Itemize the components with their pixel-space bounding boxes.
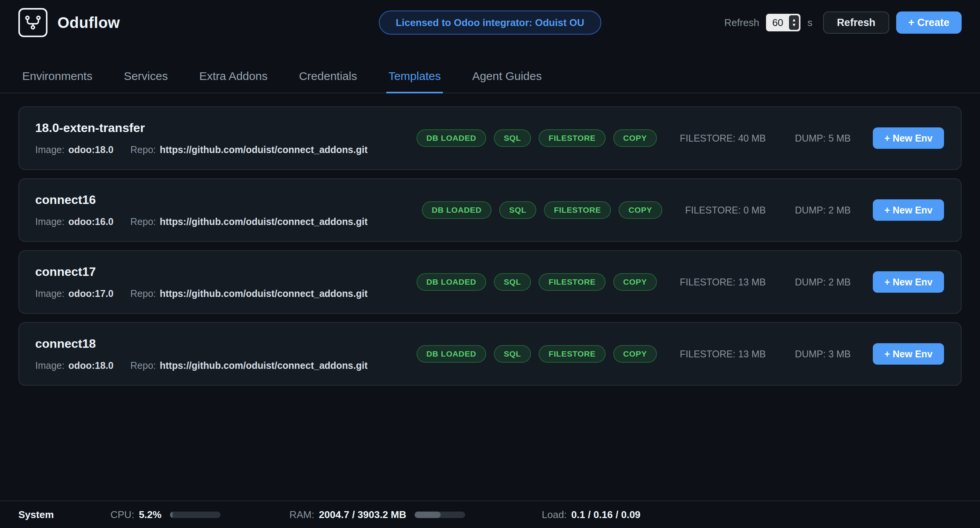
cpu-label: CPU: <box>111 509 134 521</box>
app-logo <box>18 8 47 37</box>
template-name: 18.0-exten-transfer <box>35 121 416 135</box>
repo-label: Repo: <box>131 288 156 299</box>
template-name: connect16 <box>35 193 422 207</box>
ram-meter <box>415 512 465 518</box>
create-button[interactable]: + Create <box>896 11 962 34</box>
template-meta: Image: odoo:17.0 Repo: https://github.co… <box>35 288 416 299</box>
tab-agent-guides[interactable]: Agent Guides <box>470 70 544 93</box>
template-info: 18.0-exten-transfer Image: odoo:18.0 Rep… <box>35 121 416 155</box>
image-label: Image: <box>35 144 64 155</box>
refresh-interval-input[interactable]: 60 ▲▼ <box>766 14 800 31</box>
badge-filestore[interactable]: FILESTORE <box>539 345 606 363</box>
image-label: Image: <box>35 360 64 371</box>
system-label: System <box>18 509 54 521</box>
filestore-size: FILESTORE: 0 MB <box>685 205 766 216</box>
badge-db-loaded: DB LOADED <box>416 129 486 147</box>
ram-status: RAM: 2004.7 / 3903.2 MB <box>289 509 465 521</box>
badge-sql[interactable]: SQL <box>494 345 531 363</box>
dump-size: DUMP: 3 MB <box>795 349 851 360</box>
image-value: odoo:18.0 <box>68 360 113 371</box>
dump-size: DUMP: 2 MB <box>795 277 851 288</box>
tab-extra-addons[interactable]: Extra Addons <box>197 70 270 93</box>
template-list: 18.0-exten-transfer Image: odoo:18.0 Rep… <box>0 93 980 386</box>
new-env-button[interactable]: + New Env <box>873 127 944 149</box>
tab-credentials[interactable]: Credentials <box>297 70 359 93</box>
template-meta: Image: odoo:18.0 Repo: https://github.co… <box>35 360 416 371</box>
badge-group: DB LOADED SQL FILESTORE COPY <box>416 273 657 291</box>
new-env-button[interactable]: + New Env <box>873 199 944 221</box>
app-title: Oduflow <box>57 14 120 31</box>
badge-filestore[interactable]: FILESTORE <box>539 273 606 291</box>
new-env-button[interactable]: + New Env <box>873 271 944 293</box>
tab-environments[interactable]: Environments <box>20 70 95 93</box>
number-stepper[interactable]: ▲▼ <box>789 15 799 30</box>
refresh-button[interactable]: Refresh <box>823 11 889 34</box>
repo-value: https://github.com/oduist/connect_addons… <box>160 216 368 227</box>
stepper-down-icon[interactable]: ▼ <box>792 23 796 28</box>
cpu-meter-fill <box>170 512 173 518</box>
header: Oduflow Licensed to Odoo integrator: Odu… <box>0 0 980 45</box>
refresh-interval-value: 60 <box>772 17 783 29</box>
tab-bar: Environments Services Extra Addons Crede… <box>0 45 980 93</box>
filestore-size: FILESTORE: 40 MB <box>680 133 766 144</box>
ram-label: RAM: <box>289 509 314 521</box>
repo-value: https://github.com/oduist/connect_addons… <box>160 144 368 155</box>
repo-label: Repo: <box>131 216 156 227</box>
template-meta: Image: odoo:16.0 Repo: https://github.co… <box>35 216 422 227</box>
badge-db-loaded: DB LOADED <box>422 201 492 219</box>
tab-services[interactable]: Services <box>121 70 170 93</box>
repo-label: Repo: <box>131 360 156 371</box>
image-label: Image: <box>35 216 64 227</box>
template-name: connect18 <box>35 337 416 351</box>
header-controls: Refresh 60 ▲▼ s Refresh + Create <box>724 11 962 34</box>
template-actions: DB LOADED SQL FILESTORE COPY FILESTORE: … <box>416 127 944 149</box>
image-value: odoo:18.0 <box>68 144 113 155</box>
template-info: connect17 Image: odoo:17.0 Repo: https:/… <box>35 265 416 299</box>
template-card: connect18 Image: odoo:18.0 Repo: https:/… <box>18 322 962 386</box>
image-value: odoo:16.0 <box>68 216 113 227</box>
badge-filestore[interactable]: FILESTORE <box>544 201 611 219</box>
badge-copy[interactable]: COPY <box>613 345 657 363</box>
badge-copy[interactable]: COPY <box>613 273 657 291</box>
badge-filestore[interactable]: FILESTORE <box>539 129 606 147</box>
badge-group: DB LOADED SQL FILESTORE COPY <box>416 345 657 363</box>
badge-group: DB LOADED SQL FILESTORE COPY <box>422 201 662 219</box>
template-info: connect16 Image: odoo:16.0 Repo: https:/… <box>35 193 422 227</box>
image-label: Image: <box>35 288 64 299</box>
cpu-status: CPU: 5.2% <box>111 509 220 521</box>
cpu-meter <box>170 512 220 518</box>
badge-sql[interactable]: SQL <box>494 273 531 291</box>
dump-size: DUMP: 5 MB <box>795 133 851 144</box>
template-actions: DB LOADED SQL FILESTORE COPY FILESTORE: … <box>416 343 944 365</box>
load-value: 0.1 / 0.16 / 0.09 <box>571 509 640 521</box>
ram-meter-fill <box>415 512 441 518</box>
badge-group: DB LOADED SQL FILESTORE COPY <box>416 129 657 147</box>
template-card: 18.0-exten-transfer Image: odoo:18.0 Rep… <box>18 106 962 170</box>
badge-sql[interactable]: SQL <box>494 129 531 147</box>
repo-group: Repo: https://github.com/oduist/connect_… <box>131 360 368 371</box>
badge-copy[interactable]: COPY <box>613 129 657 147</box>
template-card: connect16 Image: odoo:16.0 Repo: https:/… <box>18 178 962 242</box>
repo-group: Repo: https://github.com/oduist/connect_… <box>131 144 368 155</box>
image-value: odoo:17.0 <box>68 288 113 299</box>
template-actions: DB LOADED SQL FILESTORE COPY FILESTORE: … <box>416 271 944 293</box>
brand: Oduflow <box>18 8 120 37</box>
git-network-icon <box>24 14 42 31</box>
badge-copy[interactable]: COPY <box>619 201 662 219</box>
filestore-size: FILESTORE: 13 MB <box>680 277 766 288</box>
new-env-button[interactable]: + New Env <box>873 343 944 365</box>
refresh-unit-label: s <box>807 17 812 29</box>
load-status: Load: 0.1 / 0.16 / 0.09 <box>542 509 640 521</box>
filestore-size: FILESTORE: 13 MB <box>680 349 766 360</box>
badge-sql[interactable]: SQL <box>499 201 536 219</box>
app: Oduflow Licensed to Odoo integrator: Odu… <box>0 0 980 528</box>
badge-db-loaded: DB LOADED <box>416 273 486 291</box>
license-badge: Licensed to Odoo integrator: Oduist OU <box>379 11 601 35</box>
load-label: Load: <box>542 509 567 521</box>
badge-db-loaded: DB LOADED <box>416 345 486 363</box>
tab-templates[interactable]: Templates <box>386 70 443 93</box>
template-actions: DB LOADED SQL FILESTORE COPY FILESTORE: … <box>422 199 944 221</box>
template-info: connect18 Image: odoo:18.0 Repo: https:/… <box>35 337 416 371</box>
system-status-bar: System CPU: 5.2% RAM: 2004.7 / 3903.2 MB… <box>0 500 980 528</box>
template-name: connect17 <box>35 265 416 279</box>
